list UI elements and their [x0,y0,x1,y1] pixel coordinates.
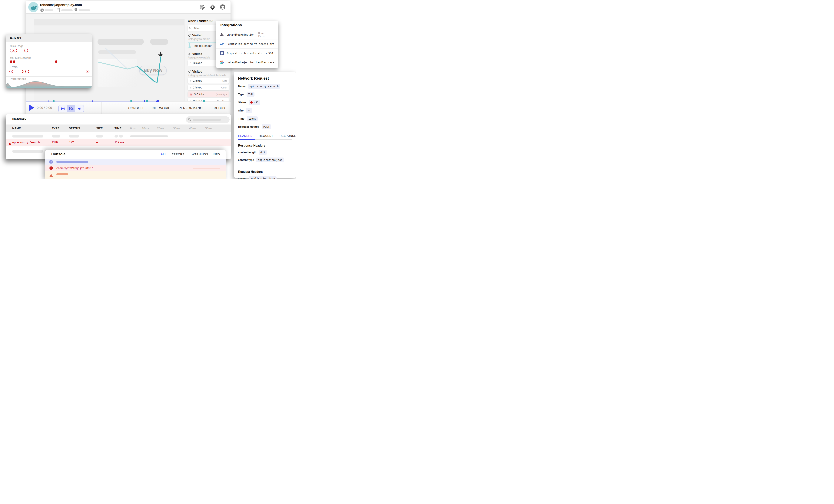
tab-response[interactable]: RESPONSE [280,134,296,137]
tab-performance[interactable]: PERFORMANCE [179,106,205,110]
error-badge-icon[interactable]: ! [86,70,89,73]
event-visited-label: Visited [192,70,202,73]
click-hand-icon: ☝ [190,80,191,82]
sentry-icon [220,32,224,37]
console-title: Console [51,152,65,156]
error-request-name: api.ecom.xyz/search [12,141,40,144]
tick-50ms: 50ms [205,127,212,130]
error-request-time: 119 ms [114,141,124,144]
active-tab-underline [238,139,255,140]
rage-face-icons[interactable]: ☹☹ [9,48,17,53]
integration-item-elastic[interactable]: Unhandledrejection handler rece.. [216,58,278,67]
tick-0ms: 0ms [130,127,135,130]
stage-placeholder-bar [98,50,136,54]
user-events-count: 62 [210,19,213,23]
console-info-row[interactable]: i [45,159,226,165]
controls-divider [101,102,102,114]
response-headers-title: Response Headers [238,144,292,147]
performance-label: Performance [10,77,26,80]
event-clicked-label: Clicked [193,86,202,89]
rage-face-icon[interactable]: ☹ [24,48,28,53]
network-row-placeholder[interactable] [6,133,231,140]
network-error-dot[interactable] [13,60,15,63]
network-error-dot[interactable] [55,60,57,63]
event-rage-click-card[interactable]: ☹ 3 Clicks Quantity + [188,91,229,97]
integration-item-sentry[interactable]: UnhandledRejection: Non-Error... [216,30,278,39]
skip-forward-button[interactable] [75,105,84,112]
field-value-size: -- [246,108,252,113]
network-row-error[interactable]: api.ecom.xyz/search XHR 422 -- 119 ms [6,139,231,146]
console-error-row[interactable]: ! ecom.xyz/a213qh.js:123987 [45,165,226,171]
tab-request[interactable]: REQUEST [259,134,273,137]
event-clicked-card[interactable]: ☝ Clicked Color [188,85,229,90]
tab-network[interactable]: NETWORK [152,106,169,110]
console-tab-errors[interactable]: ERRORS [172,153,184,156]
github-icon[interactable] [220,4,225,10]
session-time-placeholder [45,9,53,11]
event-target-label: Color [221,86,227,89]
stage-placeholder-bar [150,39,168,45]
search-icon [189,27,192,29]
field-label-method: Request Method [238,125,259,128]
col-name[interactable]: NAME [12,127,21,130]
col-status[interactable]: STATUS [69,127,80,130]
event-clicked-label: Clicked [193,61,202,65]
network-error-dot[interactable] [10,60,12,63]
event-visited[interactable]: Visited [188,70,231,73]
network-panel-title: Network [12,117,26,121]
col-time[interactable]: TIME [114,127,122,130]
play-button[interactable] [29,105,34,111]
integration-item-stackdriver[interactable]: Permission denied to access pro... [216,39,278,48]
rhino-icon [28,2,39,12]
console-warning-row[interactable] [45,171,226,179]
network-table-header: NAME TYPE STATUS SIZE TIME 0ms 10ms 20ms… [6,125,231,132]
tab-console[interactable]: CONSOLE [128,106,145,110]
timeline-quote-marker[interactable] [130,100,131,102]
error-badge-icon[interactable]: ! [25,70,29,73]
jira-icon[interactable] [210,4,215,10]
skip-back-button[interactable] [59,105,67,112]
tick-10ms: 10ms [142,127,149,130]
console-tab-warnings[interactable]: WARNINGS [192,153,208,156]
error-request-type: XHR [52,141,58,144]
network-search-box[interactable] [186,116,229,123]
tab-underline [238,139,292,140]
status-code: 422 [254,101,259,104]
console-tab-all[interactable]: ALL [161,153,167,156]
event-path: /category/wearable/watch-details [188,74,231,77]
field-label-status: Status [238,101,246,104]
col-size[interactable]: SIZE [96,127,103,130]
xray-panel: X-RAY Click Rage ☹☹ ☹ 4xx-5xx Network Er… [6,34,92,88]
xray-header: X-RAY [6,34,92,42]
stage-placeholder-block [97,59,137,87]
col-type[interactable]: TYPE [52,127,60,130]
event-clicked-card[interactable]: ☝ Clicked Size [188,78,229,84]
navigate-icon [188,52,191,56]
event-clicked-label: Clicked [193,79,202,83]
info-icon: i [49,160,52,163]
error-icon: ! [49,167,53,170]
error-badge-icon[interactable]: ! [9,70,13,73]
tab-headers[interactable]: HEADERS [238,134,253,137]
elastic-icon [220,60,224,65]
error-request-status: 422 [69,141,74,144]
console-tab-info[interactable]: INFO [213,153,220,156]
search-icon [188,118,191,121]
field-value-time: 119ms [247,116,258,121]
request-headers-title: Request Headers [238,170,292,174]
header-value-content-length: 642 [259,150,267,155]
buy-now-button[interactable]: Buy Now [139,66,167,75]
xray-title: X-RAY [9,36,22,40]
timeline-played [26,101,158,102]
header-value-content-type: application/json [256,157,284,162]
event-clicked-label: 3 Clicks [194,93,204,96]
tab-redux[interactable]: REDUX [214,106,225,110]
field-value-type: XHR [246,92,255,97]
integration-item-datadog[interactable]: Request failed with status 500 [216,48,278,58]
location-placeholder [79,9,90,11]
timeline-quote-marker[interactable] [131,100,132,102]
slack-icon[interactable] [199,4,205,10]
integrations-title: Integrations [220,23,242,27]
integration-message: Permission denied to access pro... [227,42,276,45]
error-badge-icon[interactable]: ! [22,70,26,73]
